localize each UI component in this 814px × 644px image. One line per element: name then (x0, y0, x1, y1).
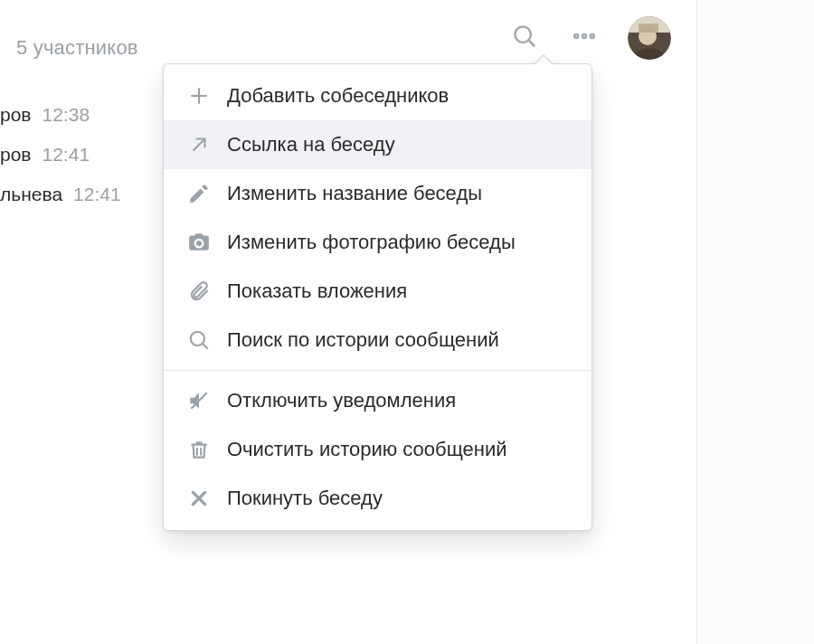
message-time: 12:41 (43, 144, 90, 166)
svg-point-13 (191, 332, 204, 346)
camera-icon (187, 231, 211, 254)
trash-icon (187, 438, 211, 461)
mute-icon (187, 389, 211, 412)
pencil-icon (187, 182, 211, 205)
search-icon (511, 23, 538, 53)
menu-rename-chat[interactable]: Изменить название беседы (164, 169, 592, 218)
svg-point-2 (574, 34, 578, 38)
menu-item-label: Добавить собеседников (227, 85, 449, 107)
menu-clear-history[interactable]: Очистить историю сообщений (164, 425, 592, 474)
attachment-icon (187, 279, 211, 303)
svg-point-0 (515, 26, 531, 43)
menu-item-label: Покинуть беседу (227, 488, 383, 509)
right-sidebar-fragment (696, 0, 814, 644)
message-list-fragment: ров 12:38 ров 12:41 льнева 12:41 (0, 95, 154, 214)
menu-item-label: Изменить фотографию беседы (227, 232, 516, 253)
sender-name-fragment: ров (0, 104, 32, 126)
search-icon (187, 328, 211, 352)
message-time: 12:38 (43, 104, 90, 126)
menu-item-label: Изменить название беседы (227, 183, 482, 204)
plus-icon (187, 84, 211, 108)
svg-line-12 (194, 139, 205, 151)
svg-line-14 (203, 344, 207, 348)
svg-line-1 (529, 41, 535, 46)
participants-count: 5 участников (16, 36, 138, 60)
sender-name-fragment: ров (0, 144, 32, 166)
sender-name-fragment: льнева (0, 184, 62, 205)
search-button[interactable] (508, 22, 541, 54)
more-button[interactable] (568, 22, 601, 54)
menu-mute-notifications[interactable]: Отключить уведомления (164, 376, 592, 425)
svg-rect-9 (639, 24, 658, 33)
message-time: 12:41 (73, 184, 121, 205)
menu-item-label: Ссылка на беседу (227, 134, 395, 156)
menu-item-label: Очистить историю сообщений (227, 439, 507, 460)
menu-item-label: Показать вложения (227, 280, 407, 302)
menu-change-photo[interactable]: Изменить фотографию беседы (164, 218, 592, 267)
message-row[interactable]: ров 12:38 (0, 95, 154, 135)
menu-leave-chat[interactable]: Покинуть беседу (164, 474, 592, 523)
message-row[interactable]: ров 12:41 (0, 135, 154, 175)
chat-actions-menu: Добавить собеседников Ссылка на беседу И… (163, 63, 592, 531)
chat-avatar[interactable] (628, 16, 671, 60)
link-arrow-icon (187, 133, 211, 156)
chat-header: 5 участников (0, 0, 696, 72)
menu-separator (164, 370, 592, 371)
menu-add-members[interactable]: Добавить собеседников (164, 71, 592, 120)
menu-search-history[interactable]: Поиск по истории сообщений (164, 316, 592, 365)
more-icon (571, 23, 598, 53)
menu-conversation-link[interactable]: Ссылка на беседу (164, 120, 592, 169)
menu-show-attachments[interactable]: Показать вложения (164, 267, 592, 316)
menu-item-label: Отключить уведомления (227, 390, 456, 412)
svg-point-4 (591, 34, 594, 38)
header-actions (508, 16, 671, 60)
message-row[interactable]: льнева 12:41 (0, 175, 154, 214)
close-icon (187, 487, 211, 510)
menu-item-label: Поиск по истории сообщений (227, 329, 499, 351)
svg-point-3 (582, 34, 586, 38)
chat-pane: 5 участников (0, 0, 696, 644)
